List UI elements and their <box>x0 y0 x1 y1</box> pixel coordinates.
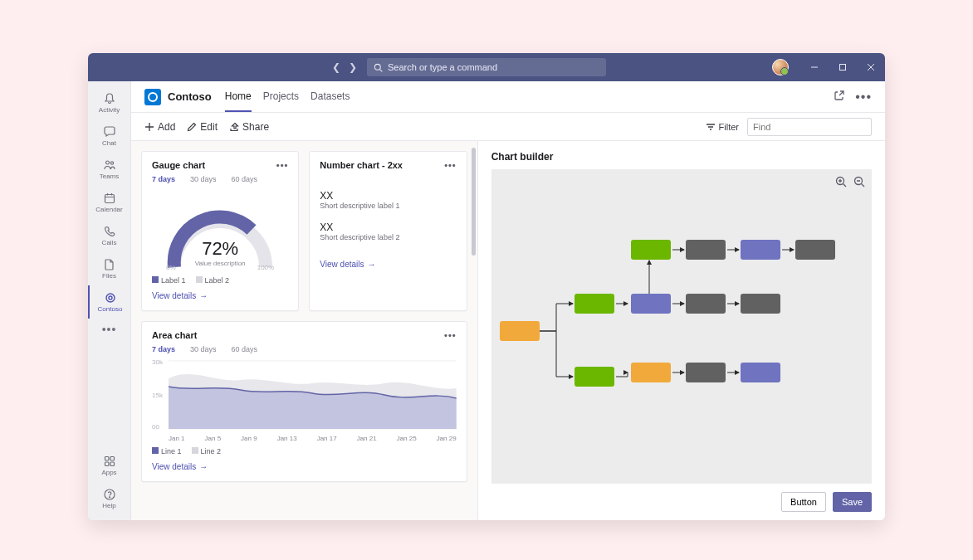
rail-label: Activity <box>99 106 120 114</box>
flow-node[interactable] <box>741 240 780 260</box>
flow-node[interactable] <box>631 240 671 260</box>
legend-item: Line 2 <box>192 447 222 455</box>
rail-label: Help <box>102 502 115 509</box>
file-icon <box>103 258 116 271</box>
share-button[interactable]: Share <box>229 121 269 133</box>
pencil-icon <box>187 122 197 132</box>
dashboard-column: Gauge chart ••• 7 days 30 days 60 days <box>131 141 478 520</box>
tab-projects[interactable]: Projects <box>263 82 299 112</box>
flow-node[interactable] <box>575 367 614 387</box>
share-label: Share <box>242 121 269 133</box>
rail-label: Calls <box>102 239 117 246</box>
view-details-link[interactable]: View details→ <box>152 462 208 471</box>
zoom-out-button[interactable] <box>853 176 865 191</box>
svg-rect-8 <box>105 195 114 203</box>
nav-back-button[interactable]: ❮ <box>329 61 344 73</box>
save-button[interactable]: Save <box>833 492 872 512</box>
rail-teams[interactable]: Teams <box>88 153 131 186</box>
rail-activity[interactable]: Activity <box>88 86 131 119</box>
find-input[interactable] <box>747 118 872 136</box>
card-more-button[interactable]: ••• <box>444 160 457 170</box>
xtick: Jan 9 <box>241 435 257 442</box>
area-chart: 30k 15k 00 <box>152 358 457 433</box>
zoom-in-icon <box>835 176 847 187</box>
help-icon <box>103 488 116 501</box>
global-search-input[interactable]: Search or type a command <box>367 58 606 76</box>
window-minimize-button[interactable] <box>800 53 829 81</box>
gauge-value: 72% <box>202 238 238 260</box>
rail-contoso[interactable]: Contoso <box>88 285 131 319</box>
legend-item: Line 1 <box>152 447 182 455</box>
rail-calendar[interactable]: Calendar <box>88 186 131 219</box>
filter-label: Filter <box>719 122 739 132</box>
rail-help[interactable]: Help <box>88 482 131 515</box>
rail-calls[interactable]: Calls <box>88 219 131 252</box>
nav-forward-button[interactable]: ❯ <box>345 61 360 73</box>
tab-datasets[interactable]: Datasets <box>310 82 350 112</box>
range-7d[interactable]: 7 days <box>152 175 175 183</box>
avatar[interactable] <box>772 59 789 75</box>
svg-rect-15 <box>110 457 115 461</box>
range-60d[interactable]: 60 days <box>232 345 258 353</box>
rail-more[interactable]: ••• <box>88 319 131 340</box>
rail-chat[interactable]: Chat <box>88 119 131 153</box>
flow-node[interactable] <box>741 363 780 382</box>
flow-node[interactable] <box>500 321 540 341</box>
popout-icon <box>834 90 845 101</box>
flow-node[interactable] <box>575 294 614 314</box>
range-30d[interactable]: 30 days <box>190 345 217 353</box>
range-30d[interactable]: 30 days <box>190 175 217 183</box>
gauge-chart: 72% Value description 0% 100% <box>152 188 288 271</box>
secondary-button[interactable]: Button <box>781 492 826 512</box>
legend-item: Label 2 <box>196 276 230 285</box>
view-details-link[interactable]: View details→ <box>320 260 375 269</box>
card-title: Gauge chart <box>152 160 205 170</box>
flow-node[interactable] <box>686 363 726 382</box>
window-close-button[interactable] <box>857 53 885 81</box>
zoom-in-button[interactable] <box>835 176 847 191</box>
card-more-button[interactable]: ••• <box>444 330 457 340</box>
filter-button[interactable]: Filter <box>706 122 739 132</box>
tab-home[interactable]: Home <box>225 82 252 112</box>
number-value: XX <box>320 190 456 202</box>
edit-button[interactable]: Edit <box>187 121 218 133</box>
arrow-right-icon: → <box>368 260 376 269</box>
arrow-right-icon: → <box>199 462 208 471</box>
flow-node[interactable] <box>631 294 671 314</box>
titlebar: ❮ ❯ Search or type a command <box>88 53 885 81</box>
rail-label: Files <box>102 272 116 280</box>
rail-label: Teams <box>100 173 120 180</box>
xtick: Jan 21 <box>357 435 377 442</box>
find-field[interactable] <box>753 122 868 132</box>
gauge-min: 0% <box>166 264 176 271</box>
xtick: Jan 17 <box>317 435 337 442</box>
svg-rect-14 <box>105 457 109 461</box>
rail-apps[interactable]: Apps <box>88 449 131 482</box>
rail-label: Chat <box>102 139 116 147</box>
svg-point-7 <box>110 162 113 164</box>
arrow-right-icon: → <box>199 291 208 300</box>
flow-node[interactable] <box>741 294 780 314</box>
svg-line-35 <box>862 184 865 187</box>
rail-files[interactable]: Files <box>88 252 131 285</box>
flow-node[interactable] <box>686 240 726 260</box>
phone-icon <box>103 225 116 238</box>
card-title: Area chart <box>152 330 197 340</box>
header-more-button[interactable]: ••• <box>855 90 872 105</box>
ytick: 00 <box>152 423 159 431</box>
view-details-link[interactable]: View details→ <box>152 291 208 300</box>
device-frame: ❮ ❯ Search or type a command Activity Ch… <box>0 33 973 560</box>
flow-node[interactable] <box>631 363 671 382</box>
builder-canvas[interactable] <box>491 169 872 484</box>
card-more-button[interactable]: ••• <box>276 160 289 170</box>
flow-node[interactable] <box>795 240 835 260</box>
range-60d[interactable]: 60 days <box>232 175 258 183</box>
popout-button[interactable] <box>834 90 845 105</box>
search-icon <box>374 63 383 72</box>
window-maximize-button[interactable] <box>829 53 857 81</box>
range-7d[interactable]: 7 days <box>152 345 175 353</box>
gauge-max: 100% <box>257 264 274 271</box>
add-button[interactable]: Add <box>144 121 175 133</box>
flow-node[interactable] <box>686 294 726 314</box>
app-window: ❮ ❯ Search or type a command Activity Ch… <box>88 53 885 520</box>
